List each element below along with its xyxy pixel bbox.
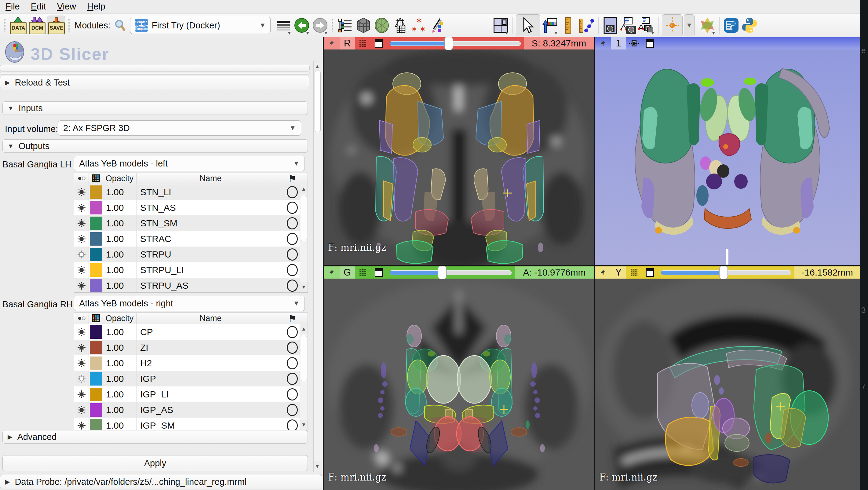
opacity-column-header[interactable]: Opacity xyxy=(103,173,136,184)
model-name[interactable]: STRPU_AS xyxy=(136,278,285,293)
visibility-toggle[interactable] xyxy=(74,247,89,262)
panel-view-divider[interactable] xyxy=(323,37,324,490)
input-volume-selector[interactable]: 2: Ax FSPGR 3D ▼ xyxy=(58,120,301,135)
scroll-up-icon[interactable]: ▲ xyxy=(300,324,308,334)
module-history-button[interactable]: ▼ xyxy=(275,16,292,35)
table-row[interactable]: 1.00ZI xyxy=(74,340,308,355)
opacity-value[interactable]: 1.00 xyxy=(103,215,136,231)
table-row[interactable]: 1.00STRAC xyxy=(74,231,308,247)
red-slice-slider[interactable] xyxy=(390,37,521,50)
scene-views-button[interactable] xyxy=(620,16,637,35)
flag-toggle[interactable] xyxy=(285,184,300,200)
scroll-up-icon[interactable]: ▲ xyxy=(300,184,308,194)
flag-toggle[interactable] xyxy=(285,355,300,371)
menu-view[interactable]: View xyxy=(57,2,76,11)
visibility-toggle[interactable] xyxy=(74,184,89,200)
model-name[interactable]: IGP xyxy=(136,371,285,387)
name-column-header[interactable]: Name xyxy=(136,173,285,184)
scroll-down-icon[interactable]: ▼ xyxy=(300,420,308,430)
opacity-value[interactable]: 1.00 xyxy=(103,340,136,355)
toolbar-grip[interactable] xyxy=(4,18,7,32)
red-slice-view[interactable]: R S: 8.3247mm F: mri.nii.gz xyxy=(324,37,594,265)
opacity-column-header[interactable]: Opacity xyxy=(103,313,136,324)
model-name[interactable]: STRAC xyxy=(136,231,285,247)
screenshot-button[interactable] xyxy=(602,16,619,35)
model-name[interactable]: STRPU_LI xyxy=(136,262,285,278)
model-name[interactable]: IGP_LI xyxy=(136,387,285,402)
opacity-value[interactable]: 1.00 xyxy=(103,402,136,418)
yellow-slice-canvas[interactable] xyxy=(595,279,860,490)
panel-scrollbar[interactable]: ▲ ▼ xyxy=(313,61,321,472)
model-name[interactable]: H2 xyxy=(136,355,285,371)
volume-rendering-button[interactable] xyxy=(355,16,372,35)
visibility-toggle[interactable] xyxy=(74,215,89,231)
scrollbar-thumb[interactable] xyxy=(315,70,321,132)
flag-toggle[interactable] xyxy=(285,371,300,387)
visibility-toggle[interactable] xyxy=(74,355,89,371)
visibility-toggle[interactable] xyxy=(74,340,89,355)
color-swatch[interactable] xyxy=(89,215,103,231)
visibility-toggle[interactable] xyxy=(74,418,89,430)
opacity-value[interactable]: 1.00 xyxy=(103,418,136,430)
slice-intersections-button[interactable]: ▼ xyxy=(699,16,716,35)
apply-button[interactable]: Apply xyxy=(2,455,308,471)
menu-file[interactable]: File xyxy=(5,2,20,11)
table-row[interactable]: 1.00STRPU_LI xyxy=(74,262,308,278)
model-name[interactable]: STN_LI xyxy=(136,184,285,200)
slice-visibility-button[interactable] xyxy=(355,266,371,279)
view-menu-button[interactable] xyxy=(642,266,658,279)
table-row[interactable]: 1.00H2 xyxy=(74,355,308,371)
visibility-toggle[interactable] xyxy=(74,231,89,247)
opacity-value[interactable]: 1.00 xyxy=(103,247,136,262)
color-swatch[interactable] xyxy=(89,324,103,340)
color-swatch[interactable] xyxy=(89,355,103,371)
scroll-up-icon[interactable]: ▲ xyxy=(314,61,321,72)
visibility-column-icon[interactable] xyxy=(74,313,89,324)
table-row[interactable]: 1.00STRPU_AS xyxy=(74,278,308,293)
scrollbar-thumb[interactable] xyxy=(301,195,307,241)
layout-selector-button[interactable]: ▼ xyxy=(492,16,509,35)
flag-toggle[interactable] xyxy=(285,340,300,355)
flag-toggle[interactable] xyxy=(285,200,300,215)
section-inputs[interactable]: ▼ Inputs xyxy=(2,101,308,115)
transforms-button[interactable] xyxy=(392,16,409,35)
crosshair-menu-button[interactable]: ▼ xyxy=(684,14,695,36)
visibility-toggle[interactable] xyxy=(74,278,89,293)
pin-button[interactable] xyxy=(324,266,340,279)
color-swatch[interactable] xyxy=(89,418,103,430)
section-advanced[interactable]: ▶ Advanced xyxy=(2,430,308,443)
subject-hierarchy-button[interactable] xyxy=(337,16,354,35)
data-probe-bar[interactable]: ▶ Data Probe: /private/var/folders/z5/..… xyxy=(0,474,322,489)
flag-toggle[interactable] xyxy=(285,387,300,402)
pin-button[interactable] xyxy=(595,37,611,50)
module-selector[interactable]: ScriptedLoadableTemplate First Try (Dock… xyxy=(130,17,271,34)
color-swatch[interactable] xyxy=(89,231,103,247)
color-column-icon[interactable] xyxy=(89,173,103,184)
color-swatch[interactable] xyxy=(89,402,103,418)
ruler-button[interactable] xyxy=(560,16,577,35)
flag-toggle[interactable] xyxy=(285,247,300,262)
pin-button[interactable] xyxy=(324,37,340,50)
menu-edit[interactable]: Edit xyxy=(31,2,46,11)
table-row[interactable]: 1.00CP xyxy=(74,324,308,340)
table-row[interactable]: 1.00IGP_AS xyxy=(74,402,308,418)
opacity-value[interactable]: 1.00 xyxy=(103,371,136,387)
table-row[interactable]: 1.00STN_AS xyxy=(74,200,308,215)
table-scrollbar[interactable]: ▲ ▼ xyxy=(300,184,308,293)
opacity-value[interactable]: 1.00 xyxy=(103,184,136,200)
toolbar-grip[interactable] xyxy=(331,18,334,32)
table-row[interactable]: 1.00IGP xyxy=(74,371,308,387)
color-swatch[interactable] xyxy=(89,184,103,200)
table-row[interactable]: 1.00STN_SM xyxy=(74,215,308,231)
model-name[interactable]: ZI xyxy=(136,340,285,355)
visibility-column-icon[interactable] xyxy=(74,173,89,184)
flag-toggle[interactable] xyxy=(285,262,300,278)
mouse-interaction-button[interactable] xyxy=(516,14,540,36)
center-view-button[interactable] xyxy=(626,37,642,50)
color-swatch[interactable] xyxy=(89,278,103,293)
visibility-toggle[interactable] xyxy=(74,387,89,402)
visibility-toggle[interactable] xyxy=(74,324,89,340)
green-slice-slider[interactable] xyxy=(390,266,512,279)
panel-top-strip[interactable] xyxy=(0,65,310,71)
color-swatch[interactable] xyxy=(89,387,103,402)
